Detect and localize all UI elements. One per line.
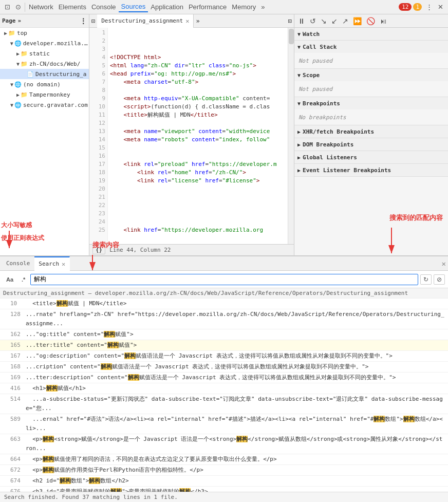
debug-async-btn[interactable]: ⏯ [378, 16, 388, 26]
result-line[interactable]: 514 ...a-subscribe-status="更新订阅状态" data-… [0, 394, 448, 414]
editor-scrollbar-thumb[interactable] [289, 29, 294, 44]
bottom-tab-search[interactable]: Search ✕ [34, 256, 70, 271]
editor-tabs-more[interactable]: » [194, 17, 201, 25]
callstack-label: Call Stack [303, 44, 337, 50]
tab-sources[interactable]: Sources [119, 2, 148, 12]
result-line[interactable]: 663 <p>解构<strong>赋值</strong>是一个 Javascri… [0, 434, 448, 454]
breakpoints-section: ▼ Breakpoints No breakpoints [294, 97, 448, 125]
case-sensitive-toggle[interactable]: Aa [3, 275, 16, 284]
search-clear-btn[interactable]: ⊘ [434, 274, 445, 285]
debug-step-out-btn[interactable]: ↗ [341, 16, 350, 26]
code-line-21 [110, 193, 286, 201]
watch-section-header[interactable]: ▼ Watch [294, 28, 448, 40]
code-line-25: <link href="https://developer.mozilla.or… [110, 226, 286, 234]
dom-breakpoints-header[interactable]: ▶ DOM Breakpoints [294, 138, 448, 151]
editor-scrollbar[interactable] [288, 28, 294, 244]
breakpoints-section-header[interactable]: ▼ Breakpoints [294, 97, 448, 109]
tree-icon-mozilla: 🌐 [14, 40, 22, 47]
search-refresh-btn[interactable]: ↻ [420, 274, 432, 285]
tab-application[interactable]: Application [148, 2, 186, 12]
event-breakpoints-header[interactable]: ▶ Event Listener Breakpoints [294, 164, 448, 176]
result-linenum: 128 [10, 310, 26, 328]
result-line[interactable]: 169...tter:description" content="解构赋值语法是… [0, 373, 448, 383]
tab-network[interactable]: Network [26, 2, 56, 12]
tree-item-nodomain[interactable]: ▼ 🌐 (no domain) [0, 79, 89, 89]
tree-item-gravatar[interactable]: ▼ 🌐 secure.gravatar.com [0, 100, 89, 110]
page-more-btn[interactable]: » [18, 17, 22, 24]
result-line[interactable]: 165...tter:title" content="解构赋值"> [0, 340, 448, 351]
xhr-breakpoints-header[interactable]: ▶ XHR/fetch Breakpoints [294, 125, 448, 138]
tree-item-destructuring[interactable]: ▶ 📄 Destructuring_a [0, 69, 89, 79]
center-panel: ⊡ Destructuring_assignment ✕ » ⊡ 1 2 3 4… [89, 14, 294, 255]
format-button[interactable]: {} [92, 246, 105, 254]
settings-icon[interactable]: ⋮ [423, 2, 435, 12]
code-line-16 [110, 152, 286, 160]
tab-memory[interactable]: Memory [229, 2, 258, 12]
result-line[interactable]: 168...cription" content="解构赋值语法是一个 Javas… [0, 362, 448, 373]
result-line[interactable]: 162..."og:title" content="解构赋值"> [0, 329, 448, 340]
result-text: ..."og:title" content="解构赋值"> [26, 330, 445, 339]
editor-tab-destructuring[interactable]: Destructuring_assignment ✕ [97, 14, 194, 28]
callstack-content: Not paused [294, 53, 448, 68]
debug-resume-btn[interactable]: ↺ [308, 16, 318, 26]
result-line[interactable]: 128...rnate" hreflang="zh-CN" href="http… [0, 309, 448, 329]
editor-maximize-icon[interactable]: ⊡ [286, 17, 294, 25]
result-text: ..."og:description" content="解构赋值语法是一个 J… [26, 351, 445, 361]
debug-step-into-btn[interactable]: ↙ [330, 16, 339, 26]
result-linenum: 663 [10, 435, 26, 453]
tree-icon-static: 📁 [21, 50, 28, 57]
tab-elements[interactable]: Elements [56, 2, 89, 12]
tab-console[interactable]: Console [89, 2, 119, 12]
result-line[interactable]: 672 <p>解构赋值的作用类似于Perl和Python语言中的相似特性。</p… [0, 465, 448, 476]
result-text: <h2 id="解构数组">解构数组</h2> [26, 476, 445, 486]
tree-item-mozilla[interactable]: ▼ 🌐 developer.mozilla.or [0, 38, 89, 48]
result-line[interactable]: 10 <title>解构赋值 | MDN</title> [0, 299, 448, 309]
devtools-root: ⊡ ⊙ Network Elements Console Sources App… [0, 0, 448, 502]
callstack-section-header[interactable]: ▼ Call Stack [294, 41, 448, 53]
toolbar-dock-icon[interactable]: ⊙ [13, 2, 24, 12]
tab-more[interactable]: » [258, 2, 267, 12]
result-line[interactable]: 589 ...ernal" href="#语法">语法</a><li><a re… [0, 414, 448, 434]
toolbar-window-icon[interactable]: ⊡ [2, 2, 13, 12]
tree-item-static[interactable]: ▶ 📁 static [0, 48, 89, 59]
search-bar: Aa .* ↻ ⊘ [0, 271, 448, 288]
xhr-breakpoints-section: ▶ XHR/fetch Breakpoints [294, 125, 448, 138]
tree-icon-gravatar: 🌐 [14, 102, 22, 108]
debug-step-btn[interactable]: ⏩ [351, 16, 363, 26]
bottom-tab-console[interactable]: Console [2, 256, 34, 271]
editor-tab-label: Destructuring_assignment [101, 17, 183, 24]
result-linenum: 672 [10, 466, 26, 475]
bottom-panel-close[interactable]: ✕ [442, 259, 446, 268]
page-label: Page [2, 17, 16, 24]
match-highlight: 解构 [403, 416, 415, 422]
result-line[interactable]: 664 <p>解构赋值使用了相同的语法，不同的是在表达式左边定义了要从原变量中取… [0, 454, 448, 465]
tree-item-zh-cn[interactable]: ▼ 📁 zh-CN/docs/Web/ [0, 59, 89, 69]
scope-section: ▼ Scope Not paused [294, 69, 448, 97]
result-line[interactable]: 674 <h2 id="解构数组">解构数组</h2> [0, 476, 448, 487]
regex-toggle[interactable]: .* [18, 275, 28, 284]
global-listeners-header[interactable]: ▶ Global Listeners [294, 151, 448, 163]
tab-performance[interactable]: Performance [186, 2, 229, 12]
tree-label-static: static [29, 50, 50, 57]
tree-item-tampermonkey[interactable]: ▶ 📁 Tampermonkey [0, 89, 89, 100]
match-highlight: 解构 [43, 456, 54, 462]
tree-arrow-static: ▶ [16, 51, 20, 57]
left-panel-menu-icon[interactable]: ⋮ [80, 17, 87, 25]
result-line[interactable]: 167..."og:description" content="解构赋值语法是一… [0, 351, 448, 362]
bottom-tab-search-close[interactable]: ✕ [62, 261, 65, 268]
match-highlight: 解构 [43, 467, 54, 473]
debug-step-over-btn[interactable]: ↘ [319, 16, 328, 26]
scope-section-header[interactable]: ▼ Scope [294, 69, 448, 81]
editor-tab-close[interactable]: ✕ [185, 17, 189, 25]
editor-nav-icon[interactable]: ⊡ [89, 17, 97, 25]
watch-label: Watch [303, 31, 320, 38]
result-line[interactable]: 416 <h1>解构赋值</h1> [0, 383, 448, 394]
debug-pause-btn[interactable]: ⏸ [296, 16, 307, 26]
close-devtools-icon[interactable]: ✕ [435, 2, 446, 12]
result-linenum: 169 [10, 373, 26, 382]
debug-deactivate-btn[interactable]: 🚫 [365, 16, 377, 26]
search-input[interactable] [30, 274, 418, 285]
global-listeners-label: Global Listeners [303, 154, 357, 161]
result-line[interactable]: 676 <h3 id="变量声明并赋值时的解构">变量声明并赋值时的解构</h3… [0, 487, 448, 492]
tree-item-top[interactable]: ▶ 📁 top [0, 28, 89, 38]
